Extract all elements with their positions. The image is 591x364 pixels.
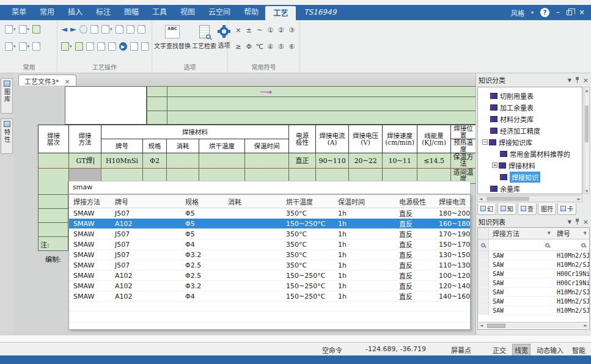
pin-icon[interactable] (575, 77, 579, 83)
cell-consume[interactable] (167, 153, 199, 169)
note-cell[interactable]: 注: (38, 237, 68, 251)
link-icon[interactable] (86, 42, 94, 51)
dropdown-row[interactable]: SMAWA102Φ4150~250°C1h直反140~160 (69, 291, 470, 302)
forward-icon[interactable]: ► (70, 25, 76, 34)
filter-row[interactable] (478, 239, 589, 251)
symbol-button[interactable]: × (233, 26, 244, 34)
dropdown-row[interactable]: SMAWA102Φ3.2150~250°C1h直反120~140 (69, 281, 470, 291)
list-horizontal-scrollbar[interactable]: ◄ ► (479, 322, 589, 329)
tree-horizontal-scrollbar[interactable]: ◄ ► (477, 195, 582, 202)
copy-doc-icon[interactable] (127, 25, 134, 34)
filter-brand-input[interactable] (553, 243, 589, 247)
menu-插入[interactable]: 插入 (61, 5, 89, 20)
knowledge-list-row[interactable]: SAWH00Cr19Ni12M... (478, 278, 589, 288)
tab-close-icon[interactable]: × (65, 78, 70, 86)
layer-cell[interactable] (38, 181, 68, 195)
scrollbar-thumb[interactable] (486, 197, 529, 201)
cell-current[interactable]: 90~110 (316, 153, 349, 169)
menu-常用[interactable]: 常用 (33, 5, 61, 20)
panel-tab-知[interactable]: 知 (497, 203, 516, 215)
scroll-left-icon[interactable]: ◄ (479, 197, 482, 202)
close-button[interactable]: × (579, 5, 585, 20)
scroll-right-icon[interactable]: ► (578, 197, 581, 202)
refresh-table-icon[interactable] (32, 25, 40, 34)
symbol-button[interactable]: ≥ (233, 43, 244, 51)
knowledge-list-row[interactable]: SAWH10Mn2/SJ101 (478, 251, 589, 260)
row-selector[interactable] (478, 306, 489, 315)
column-header-method[interactable]: 焊接方法▼ (489, 228, 553, 238)
chevron-down-icon[interactable]: ▼ (568, 78, 571, 83)
expand-icon[interactable]: + (492, 162, 497, 168)
row-selector[interactable] (478, 251, 489, 260)
scroll-left-icon[interactable]: ◄ (480, 323, 483, 328)
row-selector-header[interactable] (478, 228, 489, 239)
layout-icon[interactable] (108, 42, 116, 51)
open-doc-icon[interactable]: ▾ (19, 25, 30, 34)
cell-voltage[interactable]: 20~22 (349, 153, 383, 169)
tree-item-经济加工精度[interactable]: 经济加工精度 (478, 125, 582, 136)
tree-item-焊接知识[interactable]: 焊接知识 (478, 171, 582, 183)
cell-speed[interactable]: 10~11 (383, 153, 417, 169)
merge-doc-icon[interactable] (97, 42, 105, 51)
process-table[interactable]: 焊接层次 焊接方法 焊接材料 电源极性 焊接电流(A) 焊接电压(V) 焊接速度… (38, 125, 475, 184)
scroll-right-icon[interactable]: ► (584, 323, 587, 328)
cell-energy[interactable]: ≤14.5 (417, 153, 451, 169)
menu-工具[interactable]: 工具 (145, 5, 174, 20)
toggle-线宽[interactable]: 线宽 (512, 344, 530, 356)
layer-cell[interactable] (38, 209, 68, 223)
zoom-icon[interactable]: ▾ (5, 42, 16, 51)
panel-tab-查[interactable]: 查 (518, 203, 537, 215)
search-icon[interactable] (545, 243, 549, 247)
cell-text-editor[interactable]: smaw (68, 181, 471, 194)
knowledge-list-row[interactable]: SAWH00Cr19Ni12M... (478, 269, 589, 278)
row-selector[interactable] (478, 278, 489, 287)
cell-method[interactable]: GT焊 (69, 153, 101, 169)
undo-circle-icon[interactable] (79, 25, 87, 34)
cell-polarity[interactable]: 直正 (289, 153, 316, 169)
menu-图幅[interactable]: 图幅 (117, 5, 145, 20)
dropdown-row[interactable]: SMAWJ507Φ5350°C1h直反170~190 (69, 229, 470, 239)
symbol-button[interactable]: ⑤ (276, 43, 287, 51)
find-replace-button[interactable]: ABC 文字查找替换 (153, 24, 191, 51)
symbol-button[interactable]: ℃ (254, 43, 265, 51)
drawing-canvas[interactable]: → 焊接层次 焊接方法 焊接材料 电源极性 焊接电流(A) 焊接电压(V) 焊接… (13, 86, 475, 342)
sidebar-tab-properties[interactable]: 特性 (1, 118, 13, 154)
dropdown-row[interactable]: SMAWJ507Φ2.5350°C1h直反110~130 (69, 260, 470, 271)
export-icon[interactable]: ▾ (61, 42, 72, 51)
swap-icon[interactable] (138, 25, 145, 34)
help-icon[interactable]: ? (540, 8, 549, 17)
knowledge-list-row[interactable]: SAWH10Mn2/SJ101 (478, 288, 589, 297)
tree-item-切削用量表[interactable]: 切削用量表 (478, 90, 582, 101)
close-icon[interactable]: × (583, 76, 589, 84)
sort-icon[interactable]: ▼ (548, 231, 551, 236)
clean-icon[interactable] (141, 42, 149, 51)
edit-icon[interactable] (90, 25, 98, 34)
dropdown-row[interactable]: SMAWJ507Φ4350°C1h直反150~170 (69, 239, 470, 250)
symbol-button[interactable]: ③ (287, 26, 298, 34)
dropdown-row[interactable]: SMAWA102Φ2.5150~250°C1h直反100~120 (69, 271, 470, 281)
menu-标注[interactable]: 标注 (89, 5, 117, 20)
symbol-button[interactable]: ± (244, 26, 255, 34)
menu-active-gongyi[interactable]: 工艺 (265, 6, 296, 20)
symbol-button[interactable]: ~ (254, 26, 265, 34)
symbol-button[interactable]: Φ (244, 43, 255, 51)
collapse-icon[interactable]: − (482, 139, 488, 145)
close-icon[interactable]: × (583, 218, 589, 226)
recycle-icon[interactable] (75, 42, 83, 51)
panel-tab-幻[interactable]: 幻 (477, 203, 496, 215)
style-menu[interactable]: 风格 (511, 8, 524, 18)
process-search-button[interactable]: 工艺检索 (191, 24, 217, 51)
menu-帮助[interactable]: 帮助 (237, 5, 265, 20)
row-selector[interactable] (478, 297, 489, 305)
minimize-button[interactable]: – (556, 5, 560, 20)
search-icon[interactable] (581, 243, 585, 247)
tree-item-材料分类库[interactable]: 材料分类库 (478, 113, 582, 125)
panel-tab-卡[interactable]: 卡 (557, 203, 576, 215)
scroll-up-icon[interactable]: ▲ (584, 88, 589, 92)
pin-icon[interactable] (575, 219, 579, 225)
menu-云空间[interactable]: 云空间 (202, 5, 237, 20)
calc-icon[interactable] (130, 42, 138, 51)
cell-spec[interactable]: Φ2 (143, 153, 167, 169)
dropdown-row[interactable]: SMAWJ507Φ3.2350°C1h直反130~150 (69, 250, 470, 260)
symbol-button[interactable]: ① (265, 26, 276, 34)
